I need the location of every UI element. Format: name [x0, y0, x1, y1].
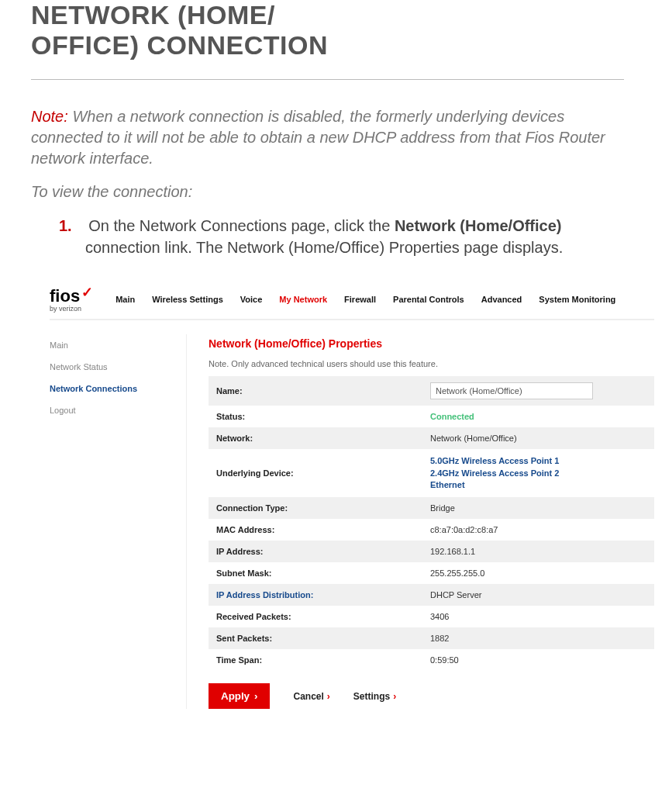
- table-row: IP Address: 192.168.1.1: [209, 541, 654, 562]
- step-text-bold: Network (Home/Office): [395, 217, 562, 234]
- step-text-post: connection link. The Network (Home/Offic…: [85, 239, 563, 256]
- row-value: 1882: [422, 627, 654, 649]
- row-value: Network (Home/Office): [422, 427, 654, 449]
- row-value: c8:a7:0a:d2:c8:a7: [422, 519, 654, 541]
- row-value: 192.168.1.1: [422, 541, 654, 562]
- router-admin-screenshot: fios✓ by verizon Main Wireless Settings …: [50, 282, 654, 709]
- table-row: MAC Address: c8:a7:0a:d2:c8:a7: [209, 519, 654, 541]
- intro-text: To view the connection:: [31, 183, 624, 201]
- content-panel: Network (Home/Office) Properties Note. O…: [187, 334, 654, 709]
- device-link-ethernet[interactable]: Ethernet: [430, 479, 646, 491]
- table-row: Connection Type: Bridge: [209, 497, 654, 519]
- nav-main[interactable]: Main: [115, 295, 135, 304]
- note-text: When a network connection is disabled, t…: [31, 108, 605, 167]
- table-row: Received Packets: 3406: [209, 606, 654, 627]
- row-label: Connection Type:: [209, 497, 422, 519]
- page-title: NETWORK (HOME/OFFICE) CONNECTION: [31, 0, 624, 79]
- table-row: Underlying Device: 5.0GHz Wireless Acces…: [209, 449, 654, 497]
- row-value: Bridge: [422, 497, 654, 519]
- row-label: IP Address:: [209, 541, 422, 562]
- sidebar-item-network-connections[interactable]: Network Connections: [50, 378, 181, 399]
- table-row: Network: Network (Home/Office): [209, 427, 654, 449]
- row-label: Underlying Device:: [209, 449, 422, 497]
- top-nav: fios✓ by verizon Main Wireless Settings …: [50, 282, 654, 320]
- sidebar: Main Network Status Network Connections …: [50, 334, 187, 709]
- device-link-5ghz[interactable]: 5.0GHz Wireless Access Point 1: [430, 455, 646, 467]
- device-link-24ghz[interactable]: 2.4GHz Wireless Access Point 2: [430, 468, 646, 479]
- row-label-link[interactable]: IP Address Distribution:: [209, 584, 422, 606]
- status-badge: Connected: [430, 412, 474, 421]
- row-value: 255.255.255.0: [422, 562, 654, 584]
- table-row: Time Span: 0:59:50: [209, 649, 654, 671]
- cancel-button[interactable]: Cancel›: [293, 691, 329, 702]
- nav-system-monitoring[interactable]: System Monitoring: [539, 295, 615, 304]
- chevron-right-icon: ›: [254, 690, 257, 702]
- table-row: Subnet Mask: 255.255.255.0: [209, 562, 654, 584]
- row-label: Time Span:: [209, 649, 422, 671]
- table-row: IP Address Distribution: DHCP Server: [209, 584, 654, 606]
- step-1: 1. On the Network Connections page, clic…: [85, 215, 624, 258]
- nav-parental-controls[interactable]: Parental Controls: [393, 295, 464, 304]
- action-bar: Apply› Cancel› Settings›: [209, 683, 654, 709]
- name-select[interactable]: Network (Home/Office): [430, 382, 593, 399]
- chevron-right-icon: ›: [393, 691, 396, 702]
- row-value: 0:59:50: [422, 649, 654, 671]
- properties-table: Name: Network (Home/Office) Status: Conn…: [209, 376, 654, 671]
- row-value: 3406: [422, 606, 654, 627]
- step-text-pre: On the Network Connections page, click t…: [88, 217, 395, 234]
- settings-button[interactable]: Settings›: [353, 691, 396, 702]
- nav-wireless-settings[interactable]: Wireless Settings: [152, 295, 223, 304]
- row-label: MAC Address:: [209, 519, 422, 541]
- note-paragraph: Note: When a network connection is disab…: [31, 106, 624, 169]
- nav-firewall[interactable]: Firewall: [344, 295, 376, 304]
- row-label: Sent Packets:: [209, 627, 422, 649]
- nav-my-network[interactable]: My Network: [279, 295, 327, 304]
- sidebar-item-logout[interactable]: Logout: [50, 399, 181, 421]
- divider: [31, 79, 624, 80]
- row-label: Received Packets:: [209, 606, 422, 627]
- row-label: Subnet Mask:: [209, 562, 422, 584]
- table-row: Status: Connected: [209, 406, 654, 427]
- fios-logo: fios✓ by verizon: [50, 286, 91, 313]
- row-label: Name:: [209, 376, 422, 406]
- sidebar-item-main[interactable]: Main: [50, 334, 181, 356]
- row-label: Network:: [209, 427, 422, 449]
- check-icon: ✓: [81, 285, 93, 300]
- logo-text: fios✓: [50, 286, 91, 306]
- nav-voice[interactable]: Voice: [240, 295, 263, 304]
- chevron-right-icon: ›: [327, 691, 330, 702]
- panel-title: Network (Home/Office) Properties: [209, 337, 654, 350]
- row-value: Connected: [422, 406, 654, 427]
- step-number: 1.: [59, 217, 72, 234]
- apply-button[interactable]: Apply›: [209, 683, 270, 709]
- table-row: Sent Packets: 1882: [209, 627, 654, 649]
- row-value: DHCP Server: [422, 584, 654, 606]
- panel-note: Note. Only advanced technical users shou…: [209, 359, 654, 368]
- sidebar-item-network-status[interactable]: Network Status: [50, 356, 181, 378]
- note-label: Note:: [31, 108, 68, 125]
- row-label: Status:: [209, 406, 422, 427]
- row-value: 5.0GHz Wireless Access Point 1 2.4GHz Wi…: [422, 449, 654, 497]
- row-value: Network (Home/Office): [422, 376, 654, 406]
- table-row: Name: Network (Home/Office): [209, 376, 654, 406]
- nav-advanced[interactable]: Advanced: [481, 295, 522, 304]
